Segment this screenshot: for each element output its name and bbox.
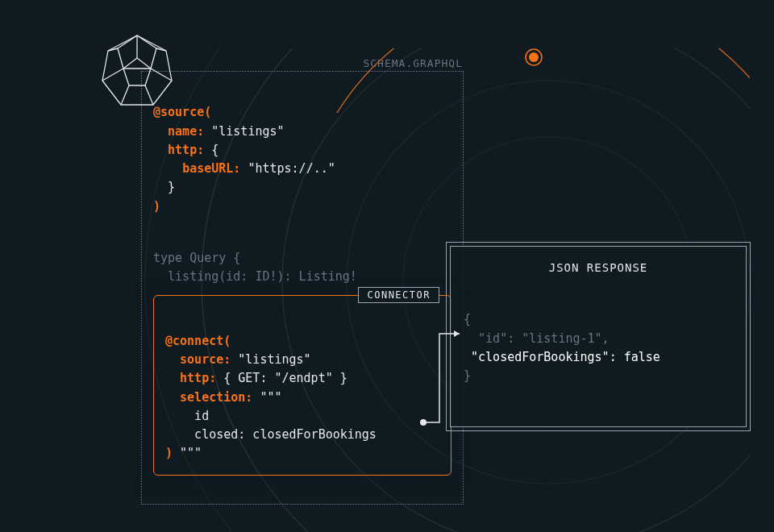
svg-marker-9 <box>123 58 151 85</box>
json-response-code: { "id": "listing-1", "closedForBookings"… <box>464 292 733 385</box>
schema-panel: SCHEMA.GRAPHQL @source( name: "listings"… <box>141 71 464 505</box>
query-type-code: type Query { listing(id: ID!): Listing! <box>153 231 452 287</box>
svg-line-14 <box>121 85 129 105</box>
connector-code: @connect( source: "listings" http: { GET… <box>165 314 439 463</box>
schema-label: SCHEMA.GRAPHQL <box>363 57 463 69</box>
json-response-panel: JSON RESPONSE { "id": "listing-1", "clos… <box>450 246 747 427</box>
connector-panel: CONNECTOR @connect( source: "listings" h… <box>153 295 452 476</box>
source-directive-code: @source( name: "listings" http: { baseUR… <box>153 85 452 216</box>
svg-point-5 <box>529 52 539 62</box>
svg-line-15 <box>145 85 153 105</box>
svg-point-6 <box>526 49 542 65</box>
arrow-origin-dot <box>420 419 427 426</box>
dodecahedron-icon <box>97 31 177 111</box>
connector-badge: CONNECTOR <box>358 287 439 303</box>
svg-line-12 <box>102 69 123 81</box>
json-response-title: JSON RESPONSE <box>464 261 733 274</box>
svg-line-13 <box>151 69 172 81</box>
